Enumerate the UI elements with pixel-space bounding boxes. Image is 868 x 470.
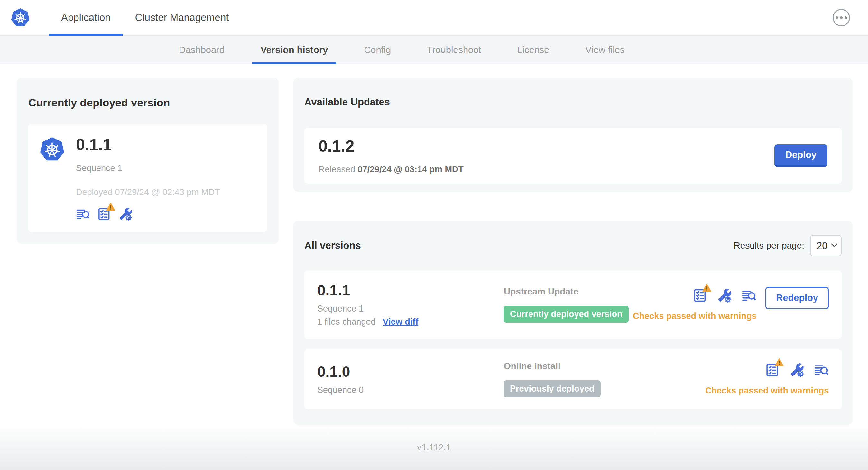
warning-triangle-icon [702,283,711,292]
view-logs-icon[interactable] [76,207,90,221]
warning-triangle-icon [775,358,784,367]
edit-config-icon[interactable] [717,288,732,303]
edit-config-icon[interactable] [789,363,804,377]
update-version-number: 0.1.2 [318,137,464,156]
redeploy-button[interactable]: Redeploy [765,287,829,309]
update-released-line: Released 07/29/24 @ 03:14 pm MDT [318,165,464,174]
view-logs-icon[interactable] [814,363,829,377]
subnav-item-dashboard[interactable]: Dashboard [161,36,243,64]
deployed-version-actions [76,207,220,221]
console-version: v1.112.1 [417,442,451,452]
checks-status-text: Checks passed with warnings [705,386,829,396]
warning-triangle-icon [106,203,115,211]
preflight-checks-warning-icon[interactable] [97,207,111,221]
status-badge: Previously deployed [504,380,601,397]
files-changed-label: 1 files changed [317,317,376,327]
currently-deployed-card: 0.1.1 Sequence 1 Deployed 07/29/24 @ 02:… [28,124,267,232]
version-row: 0.1.0 Sequence 0 Online Install Previous… [304,349,842,409]
row-sequence: Sequence 0 [317,385,504,395]
main-content: Currently deployed version 0.1.1 Sequenc… [0,64,868,425]
kubernetes-logo-icon [11,8,30,27]
results-per-page-select[interactable]: 20 [810,235,842,256]
subnav-item-view-files[interactable]: View files [567,36,643,64]
ellipsis-dot [844,16,847,19]
released-prefix: Released [318,165,355,174]
app-sub-nav: Dashboard Version history Config Trouble… [0,36,868,64]
top-tab-bar: Application Cluster Management [49,0,241,35]
row-source-label: Upstream Update [504,287,633,297]
deploy-button[interactable]: Deploy [774,144,828,167]
app-logo [11,0,30,35]
ellipsis-dot [836,16,838,19]
view-diff-link[interactable]: View diff [383,317,418,327]
view-logs-icon[interactable] [742,288,756,303]
version-row: 0.1.1 Sequence 1 1 files changed View di… [304,271,842,338]
results-per-page-label: Results per page: [734,240,804,251]
available-updates-title: Available Updates [304,96,842,108]
released-date: 07/29/24 @ 03:14 pm MDT [358,165,464,174]
row-sequence: Sequence 1 [317,304,504,314]
tab-application[interactable]: Application [49,0,123,35]
deployed-timestamp: Deployed 07/29/24 @ 02:43 pm MDT [76,188,220,197]
subnav-item-license[interactable]: License [499,36,567,64]
currently-deployed-title: Currently deployed version [28,96,267,109]
ellipsis-menu-button[interactable] [833,9,850,26]
currently-deployed-panel: Currently deployed version 0.1.1 Sequenc… [17,78,279,244]
all-versions-panel: All versions Results per page: 20 [293,221,852,425]
status-badge: Currently deployed version [504,306,629,323]
deployed-sequence: Sequence 1 [76,163,220,173]
edit-config-icon[interactable] [118,207,132,221]
checks-status-text: Checks passed with warnings [633,311,756,321]
tab-cluster-management[interactable]: Cluster Management [123,0,241,35]
preflight-checks-warning-icon[interactable] [693,288,708,303]
kubernetes-logo-icon [40,137,64,162]
all-versions-title: All versions [304,240,361,251]
available-updates-panel: Available Updates 0.1.2 Released 07/29/2… [293,78,852,192]
preflight-checks-warning-icon[interactable] [765,363,780,377]
app-footer: v1.112.1 [0,425,868,470]
subnav-item-config[interactable]: Config [346,36,409,64]
row-version-actions [765,363,829,377]
ellipsis-dot [840,16,843,19]
row-source-label: Online Install [504,361,705,371]
subnav-item-troubleshoot[interactable]: Troubleshoot [409,36,499,64]
row-version-actions [693,288,756,303]
top-nav: Application Cluster Management [0,0,868,36]
deployed-version-number: 0.1.1 [76,136,220,154]
row-version-number: 0.1.0 [317,364,504,380]
row-version-number: 0.1.1 [317,282,504,299]
subnav-item-version-history[interactable]: Version history [243,36,346,64]
available-update-card: 0.1.2 Released 07/29/24 @ 03:14 pm MDT D… [304,128,842,183]
